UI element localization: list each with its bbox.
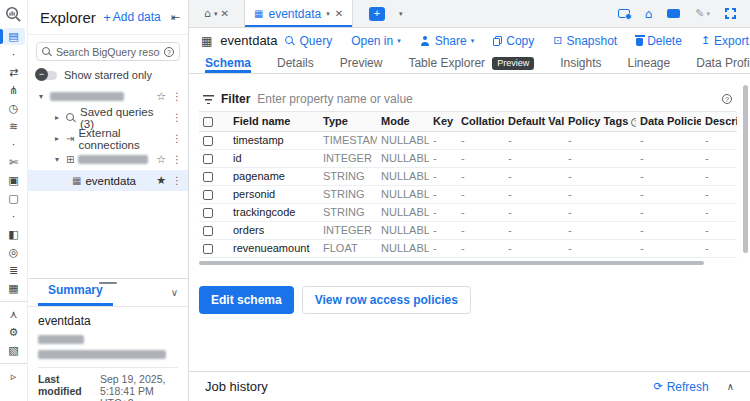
tab-lineage[interactable]: Lineage: [628, 53, 671, 73]
help-icon[interactable]: ?: [722, 94, 732, 104]
empty-cell: -: [504, 185, 564, 203]
chevron-down-icon[interactable]: ∨: [171, 287, 178, 306]
row-checkbox[interactable]: [203, 208, 213, 218]
explorer-icon[interactable]: ▤: [3, 28, 25, 45]
row-checkbox[interactable]: [203, 226, 213, 236]
tab-home[interactable]: ⌂ ▾ ✕: [189, 0, 245, 27]
drag-handle[interactable]: [99, 282, 117, 284]
pipelines-icon[interactable]: ⋔: [3, 82, 25, 99]
split-tab-icon[interactable]: [618, 9, 630, 18]
terminal-icon[interactable]: [667, 9, 680, 18]
schema-table-row: revenueamountFLOATNULLABLE------: [199, 239, 737, 257]
tree-item-dataset[interactable]: ▾ ⊞ ☆ ⋮: [28, 149, 188, 170]
view-row-access-policies-button[interactable]: View row access policies: [302, 286, 471, 314]
snapshot-button[interactable]: ⊡Snapshot: [553, 34, 617, 48]
tab-details[interactable]: Details: [277, 53, 314, 73]
filter-label: Filter: [221, 92, 250, 106]
kebab-menu-icon[interactable]: ⋮: [170, 133, 184, 144]
tab-table-explorer[interactable]: Table ExplorerPreview: [408, 53, 534, 73]
export-icon: ↥: [701, 34, 710, 47]
release-notes-icon[interactable]: ▧: [3, 342, 25, 359]
caret-down-icon[interactable]: ▾: [214, 10, 218, 18]
empty-cell: -: [701, 149, 737, 167]
caret-right-icon[interactable]: ▸: [52, 113, 62, 122]
add-data-button[interactable]: + Add data: [103, 10, 161, 25]
caret-right-icon[interactable]: ▸: [52, 134, 62, 143]
open-in-button[interactable]: Open in▾: [351, 34, 401, 48]
privacy-icon[interactable]: ▣: [3, 172, 25, 189]
transfers-icon[interactable]: ⇄: [3, 64, 25, 81]
tab-insights[interactable]: Insights: [560, 53, 601, 73]
search-icon: [285, 36, 295, 46]
tab-bar-icons: ⌂ ✎ ▾: [618, 0, 750, 27]
tab-eventdata[interactable]: ▦ eventdata ▾ ✕: [245, 0, 353, 27]
caret-down-icon[interactable]: ▾: [399, 10, 403, 18]
row-checkbox[interactable]: [203, 172, 213, 182]
close-icon[interactable]: ✕: [221, 8, 229, 19]
star-filled-icon[interactable]: ★: [156, 174, 166, 187]
horizontal-scrollbar[interactable]: [199, 261, 704, 265]
share-button[interactable]: Share▾: [420, 34, 475, 48]
help-icon[interactable]: ?: [164, 47, 174, 57]
separator: [0, 301, 27, 302]
select-all-checkbox[interactable]: [203, 117, 213, 127]
star-outline-icon[interactable]: ☆: [156, 90, 166, 103]
resource-tree-icon[interactable]: ⋏: [3, 306, 25, 323]
export-button[interactable]: ↥Export: [701, 34, 749, 48]
tree-item-project[interactable]: ▾ ☆ ⋮: [28, 86, 188, 107]
cloud-shell-icon[interactable]: ⌂: [645, 7, 653, 21]
checkbox-cell: [199, 167, 229, 185]
redacted-project-name: [50, 92, 124, 101]
collapse-panel-icon[interactable]: ⇤: [171, 11, 180, 24]
capacity-icon[interactable]: ≣: [3, 262, 25, 279]
caret-down-icon: ▾: [706, 10, 710, 18]
editor-select-control[interactable]: ✎ ▾: [695, 7, 710, 20]
vertical-scrollbar[interactable]: [743, 85, 748, 253]
search-input[interactable]: [56, 46, 160, 58]
monitoring-icon[interactable]: ▦: [3, 280, 25, 297]
sandbox-icon[interactable]: ▢: [3, 190, 25, 207]
copy-button[interactable]: Copy: [493, 34, 534, 48]
type-cell: INTEGER: [319, 149, 377, 167]
data-prep-icon[interactable]: ✄: [3, 154, 25, 171]
row-checkbox[interactable]: [203, 190, 213, 200]
dataplex-icon[interactable]: ◎: [3, 244, 25, 261]
mode-cell: NULLABLE: [377, 131, 429, 149]
analytics-hub-icon[interactable]: ◧: [3, 226, 25, 243]
chevron-up-icon[interactable]: ∧: [727, 381, 734, 392]
expand-panel-icon[interactable]: ▹: [3, 368, 25, 385]
tab-summary[interactable]: Summary: [38, 283, 113, 306]
row-checkbox[interactable]: [203, 136, 213, 146]
kebab-menu-icon[interactable]: ⋮: [170, 175, 184, 186]
caret-down-icon[interactable]: ▾: [326, 10, 330, 18]
edit-schema-button[interactable]: Edit schema: [199, 286, 294, 314]
explorer-title: Explorer: [40, 9, 96, 26]
tab-data-profile[interactable]: Data Profile: [696, 53, 750, 73]
job-history-refresh-button[interactable]: ⟳ Refresh: [653, 380, 708, 394]
tree-item-eventdata-table[interactable]: ▦ eventdata ★ ⋮: [28, 170, 188, 191]
help-icon[interactable]: ?: [631, 118, 636, 127]
delete-button[interactable]: Delete: [636, 34, 682, 48]
kebab-menu-icon[interactable]: ⋮: [170, 112, 184, 123]
starred-toggle[interactable]: [38, 71, 57, 80]
star-outline-icon[interactable]: ☆: [156, 153, 166, 166]
close-icon[interactable]: ✕: [335, 8, 343, 19]
tab-schema[interactable]: Schema: [205, 53, 251, 73]
row-checkbox[interactable]: [203, 244, 213, 254]
caret-down-icon[interactable]: ▾: [52, 155, 62, 164]
external-connection-icon: ⇥: [66, 133, 74, 144]
kebab-menu-icon[interactable]: ⋮: [170, 154, 184, 165]
caret-down-icon[interactable]: ▾: [36, 92, 46, 101]
kebab-menu-icon[interactable]: ⋮: [170, 91, 184, 102]
tree-item-external-connections[interactable]: ▸ ⇥ External connections ⋮: [28, 128, 188, 149]
governance-icon[interactable]: ≋: [3, 118, 25, 135]
new-tab-button[interactable]: +: [369, 7, 385, 21]
fullscreen-icon[interactable]: [725, 8, 736, 19]
tree-item-saved-queries[interactable]: ▸ Saved queries (3) ⋮: [28, 107, 188, 128]
scheduling-icon[interactable]: ◷: [3, 100, 25, 117]
query-button[interactable]: Query: [285, 34, 332, 48]
settings-gear-icon[interactable]: ⚙: [3, 324, 25, 341]
tab-preview[interactable]: Preview: [340, 53, 383, 73]
row-checkbox[interactable]: [203, 154, 213, 164]
filter-input[interactable]: [257, 92, 715, 106]
